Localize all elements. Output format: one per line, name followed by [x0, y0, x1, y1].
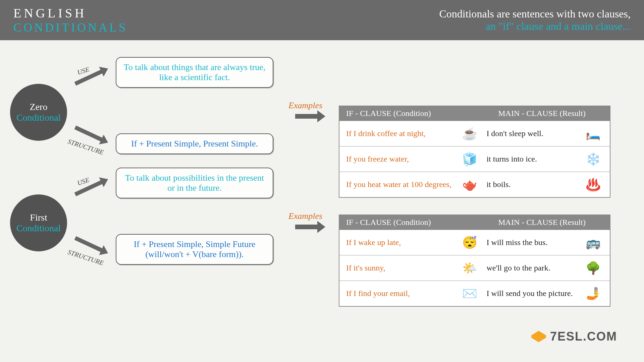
use-tag: USE: [76, 176, 90, 187]
sleep-icon: 😴: [460, 233, 480, 252]
zero-example-table: IF - CLAUSE (Condition) MAIN - CLAUSE (R…: [339, 106, 610, 198]
definition-line2: an "if" clause and a main clause...: [439, 20, 631, 33]
steam-icon: ♨️: [583, 175, 603, 194]
table-row: If I find your email, ✉️ I will send you…: [339, 281, 610, 306]
ice-icon: ❄️: [583, 150, 603, 168]
table-row: If it's sunny, 🌤️ we'll go to the park. …: [339, 255, 610, 281]
arrow-icon: [74, 236, 104, 253]
first-circle: First Conditional: [10, 194, 67, 251]
if-clause-text: If you heat water at 100 degrees,: [346, 180, 460, 189]
main-clause-text: it turns into ice.: [480, 155, 583, 164]
zero-circle: Zero Conditional: [10, 84, 67, 141]
content-area: Zero Conditional USE STRUCTURE To talk a…: [0, 40, 644, 349]
email-icon: ✉️: [460, 284, 480, 303]
main-clause-header: MAIN - CLAUSE (Result): [481, 109, 603, 118]
use-tag: USE: [76, 65, 90, 76]
park-icon: 🌳: [583, 259, 603, 277]
header-bar: ENGLISH CONDITIONALS Conditionals are se…: [0, 0, 644, 40]
main-clause-text: I will send you the picture.: [480, 289, 583, 298]
if-clause-text: If you freeze water,: [346, 155, 460, 164]
header-definition: Conditionals are sentences with two clau…: [439, 8, 631, 33]
first-structure-bubble: If + Present Simple, Simple Future (will…: [116, 234, 273, 265]
examples-label: Examples: [288, 211, 322, 221]
kettle-icon: 🫖: [460, 175, 480, 194]
brand-icon: [531, 331, 546, 342]
zero-conditional-block: Zero Conditional USE STRUCTURE To talk a…: [7, 57, 282, 154]
bus-icon: 🚌: [583, 233, 603, 252]
zero-cond: Conditional: [16, 112, 61, 123]
main-clause-text: we'll go to the park.: [480, 263, 583, 273]
zero-use-bubble: To talk about things that are always tru…: [116, 57, 273, 88]
examples-label: Examples: [288, 101, 322, 111]
sun-icon: 🌤️: [460, 259, 480, 277]
first-conditional-block: First Conditional USE STRUCTURE To talk …: [7, 168, 282, 265]
if-clause-text: If I find your email,: [346, 289, 460, 298]
first-use-bubble: To talk about possibilities in the prese…: [116, 168, 273, 198]
if-clause-text: If I wake up late,: [346, 238, 460, 247]
main-clause-header: MAIN - CLAUSE (Result): [481, 218, 603, 227]
arrow-icon: [295, 225, 319, 229]
if-clause-text: If it's sunny,: [346, 263, 460, 273]
table-row: If I drink coffee at night, ☕ I don't sl…: [339, 121, 610, 146]
table-header: IF - CLAUSE (Condition) MAIN - CLAUSE (R…: [339, 106, 610, 121]
if-clause-header: IF - CLAUSE (Condition): [346, 109, 481, 118]
zero-name: Zero: [30, 102, 48, 112]
definition-line1: Conditionals are sentences with two clau…: [439, 8, 631, 20]
arrow-icon: [295, 114, 319, 119]
if-clause-text: If I drink coffee at night,: [346, 129, 460, 138]
table-row: If you freeze water, 🧊 it turns into ice…: [339, 146, 610, 172]
first-name: First: [30, 212, 47, 223]
if-clause-header: IF - CLAUSE (Condition): [346, 218, 481, 227]
title-english: ENGLISH: [13, 6, 127, 20]
title-conditionals: CONDITIONALS: [13, 20, 127, 35]
first-cond: Conditional: [16, 223, 61, 234]
coffee-icon: ☕: [460, 124, 480, 143]
table-row: If you heat water at 100 degrees, 🫖 it b…: [339, 172, 610, 197]
table-header: IF - CLAUSE (Condition) MAIN - CLAUSE (R…: [339, 215, 610, 230]
brand-text: 7ESL.COM: [550, 329, 617, 344]
selfie-icon: 🤳: [583, 284, 603, 303]
freezer-icon: 🧊: [460, 150, 480, 168]
zero-structure-bubble: If + Present Simple, Present Simple.: [116, 133, 273, 154]
first-example-table: IF - CLAUSE (Condition) MAIN - CLAUSE (R…: [339, 215, 610, 307]
header-title: ENGLISH CONDITIONALS: [13, 6, 127, 35]
main-clause-text: I will miss the bus.: [480, 238, 583, 247]
brand-footer: 7ESL.COM: [531, 329, 617, 344]
bed-icon: 🛏️: [583, 124, 603, 143]
table-row: If I wake up late, 😴 I will miss the bus…: [339, 230, 610, 255]
arrow-icon: [74, 126, 104, 142]
main-clause-text: I don't sleep well.: [480, 129, 583, 138]
main-clause-text: it boils.: [480, 180, 583, 189]
